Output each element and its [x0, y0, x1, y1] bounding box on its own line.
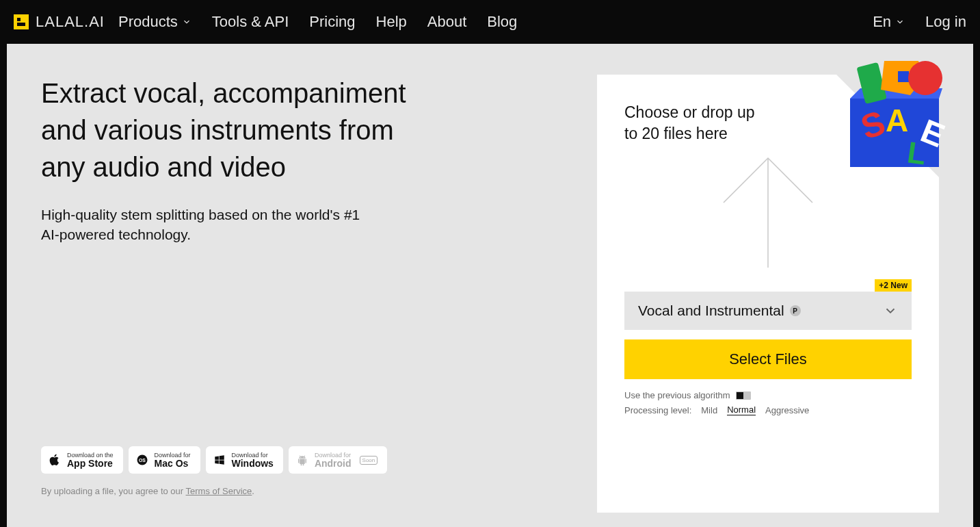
logo-icon: [14, 14, 29, 29]
nav-about[interactable]: About: [427, 13, 467, 31]
language-label: En: [873, 13, 891, 31]
nav-links: Products Tools & API Pricing Help About …: [118, 13, 517, 31]
hero-left: Extract vocal, accompaniment and various…: [41, 75, 563, 496]
svg-rect-7: [898, 71, 909, 82]
hero-section: Extract vocal, accompaniment and various…: [7, 44, 973, 527]
level-normal[interactable]: Normal: [727, 404, 756, 415]
hero-right: Choose or drop up to 20 files here +2 Ne…: [597, 75, 939, 496]
apple-icon: [48, 453, 62, 467]
download-mac[interactable]: OS Download forMac Os: [129, 446, 200, 474]
nav-products-label: Products: [118, 13, 178, 31]
svg-point-8: [908, 61, 942, 95]
subheadline: High-quality stem splitting based on the…: [41, 205, 369, 245]
svg-text:A: A: [886, 103, 908, 138]
prev-algo-label: Use the previous algorithm: [624, 390, 730, 400]
stem-selector[interactable]: Vocal and Instrumental P: [624, 292, 912, 330]
headline: Extract vocal, accompaniment and various…: [41, 75, 417, 185]
login-link[interactable]: Log in: [925, 13, 966, 31]
nav-help[interactable]: Help: [376, 13, 407, 31]
chevron-down-icon: [182, 17, 191, 27]
windows-icon: [213, 453, 226, 467]
processing-level-label: Processing level:: [624, 405, 691, 415]
terms-text: By uploading a file, you agree to our Te…: [41, 486, 563, 496]
top-nav: LALAL.AI Products Tools & API Pricing He…: [0, 0, 980, 44]
language-selector[interactable]: En: [873, 13, 905, 31]
logo-text: LALAL.AI: [36, 13, 105, 31]
svg-text:OS: OS: [139, 458, 146, 463]
chevron-down-icon: [883, 303, 898, 318]
download-windows[interactable]: Download forWindows: [206, 446, 283, 474]
processing-level: Processing level: Mild Normal Aggressive: [624, 404, 912, 415]
nav-products[interactable]: Products: [118, 13, 191, 31]
stem-selector-label: Vocal and Instrumental: [638, 303, 784, 319]
download-appstore[interactable]: Download on theApp Store: [41, 446, 123, 474]
macos-icon: OS: [135, 453, 149, 467]
android-icon: [295, 453, 309, 467]
phoenix-badge-icon: P: [790, 305, 801, 316]
soon-badge: Soon: [360, 456, 378, 465]
nav-pricing[interactable]: Pricing: [309, 13, 355, 31]
logo[interactable]: LALAL.AI: [14, 13, 105, 31]
new-badge: +2 New: [875, 279, 912, 292]
drop-instruction: Choose or drop up to 20 files here: [624, 102, 761, 144]
nav-blog[interactable]: Blog: [487, 13, 517, 31]
download-buttons: Download on theApp Store OS Download for…: [41, 446, 563, 474]
level-mild[interactable]: Mild: [701, 405, 717, 415]
download-android: Download forAndroid Soon: [289, 446, 387, 474]
level-aggressive[interactable]: Aggressive: [765, 405, 809, 415]
terms-link[interactable]: Terms of Service: [186, 486, 252, 496]
nav-tools-api[interactable]: Tools & API: [212, 13, 289, 31]
prev-algo-toggle[interactable]: [736, 391, 751, 400]
sale-promo-icon[interactable]: S A L E: [843, 61, 946, 170]
select-files-button[interactable]: Select Files: [624, 339, 912, 379]
chevron-down-icon: [895, 17, 905, 27]
